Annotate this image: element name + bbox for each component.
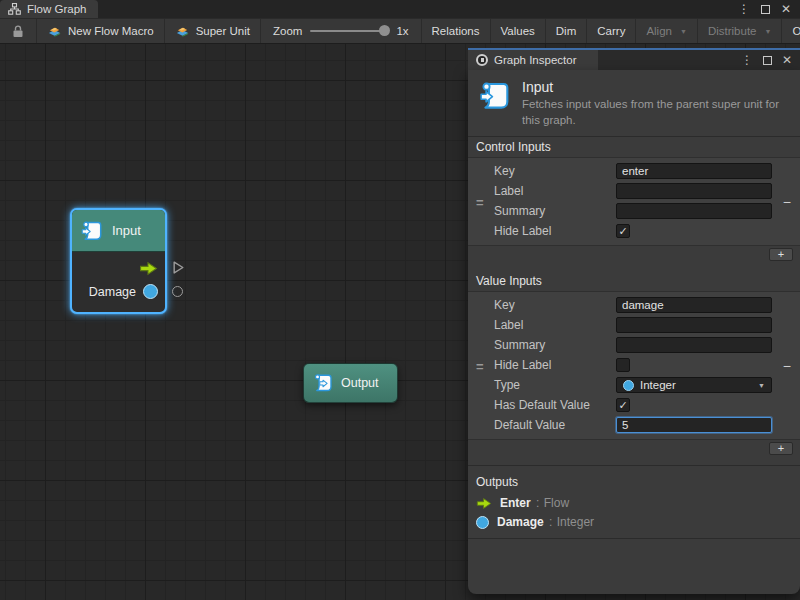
value-type-label: Type bbox=[468, 378, 616, 392]
align-button[interactable]: Align▼ bbox=[636, 19, 698, 43]
align-label: Align bbox=[646, 25, 672, 37]
control-hide-label-checkbox[interactable]: ✓ bbox=[616, 224, 630, 238]
value-has-default-checkbox[interactable]: ✓ bbox=[616, 398, 630, 412]
new-flow-macro-button[interactable]: New Flow Macro bbox=[37, 19, 165, 43]
values-button[interactable]: Values bbox=[491, 19, 546, 43]
carry-button[interactable]: Carry bbox=[587, 19, 636, 43]
tab-label: Flow Graph bbox=[27, 3, 86, 15]
maximize-icon[interactable] bbox=[761, 5, 770, 14]
value-hide-label-label: Hide Label bbox=[468, 358, 616, 372]
damage-output-port-row[interactable]: Damage bbox=[79, 280, 158, 303]
separator: : bbox=[549, 515, 552, 529]
distribute-button[interactable]: Distribute▼ bbox=[698, 19, 783, 43]
new-flow-macro-label: New Flow Macro bbox=[68, 25, 154, 37]
control-label-input[interactable] bbox=[616, 183, 772, 199]
zoom-slider[interactable] bbox=[310, 30, 388, 32]
relations-button[interactable]: Relations bbox=[422, 19, 491, 43]
value-label-row: Label bbox=[468, 315, 800, 335]
output-enter-text: Enter : Flow bbox=[500, 496, 569, 510]
node-input-header: Input bbox=[72, 210, 165, 252]
outputs-section-title: Outputs bbox=[468, 466, 800, 491]
value-type-row: Type Integer ▼ bbox=[468, 375, 800, 395]
dim-label: Dim bbox=[556, 25, 576, 37]
control-key-label: Key bbox=[468, 164, 616, 178]
control-key-input[interactable] bbox=[616, 163, 772, 179]
flow-port-marker-icon[interactable] bbox=[173, 261, 184, 274]
flow-output-port-row[interactable] bbox=[79, 257, 158, 280]
inspector-header: Input Fetches input values from the pare… bbox=[468, 70, 800, 136]
separator: : bbox=[536, 496, 539, 510]
value-key-input[interactable] bbox=[616, 297, 772, 313]
value-hide-label-row: Hide Label bbox=[468, 355, 800, 375]
dim-button[interactable]: Dim bbox=[546, 19, 587, 43]
macro-icon bbox=[47, 24, 62, 39]
output-damage-text: Damage : Integer bbox=[497, 515, 594, 529]
value-summary-row: Summary bbox=[468, 335, 800, 355]
inspector-header-texts: Input Fetches input values from the pare… bbox=[522, 79, 790, 128]
output-enter-name: Enter bbox=[500, 496, 531, 510]
super-unit-button[interactable]: Super Unit bbox=[165, 19, 261, 43]
input-unit-icon bbox=[80, 219, 104, 243]
value-label-input[interactable] bbox=[616, 317, 772, 333]
node-input[interactable]: Input Damage bbox=[70, 208, 167, 314]
value-inputs-drag-handle[interactable]: = bbox=[476, 358, 484, 373]
value-type-value: Integer bbox=[640, 379, 676, 391]
output-enter-type: Flow bbox=[544, 496, 569, 510]
value-summary-input[interactable] bbox=[616, 337, 772, 353]
tab-flow-graph[interactable]: Flow Graph bbox=[0, 0, 98, 18]
value-hide-label-checkbox[interactable] bbox=[616, 358, 630, 372]
value-inputs-section-title: Value Inputs bbox=[468, 271, 800, 292]
align-dropdown-arrow-icon: ▼ bbox=[680, 28, 687, 35]
node-output-title: Output bbox=[341, 376, 379, 390]
node-input-title: Input bbox=[112, 223, 141, 238]
integer-type-icon bbox=[623, 380, 634, 391]
control-inputs-add-button[interactable]: + bbox=[769, 248, 793, 261]
flow-graph-icon bbox=[8, 3, 21, 15]
tab-graph-inspector[interactable]: Graph Inspector bbox=[468, 50, 598, 70]
zoom-slider-handle[interactable] bbox=[379, 25, 390, 36]
value-default-label: Default Value bbox=[468, 418, 616, 432]
integer-type-icon bbox=[476, 516, 489, 529]
inspector-menu-icon[interactable]: ⋮ bbox=[741, 53, 753, 67]
window-controls: ⋮ ✕ bbox=[738, 0, 800, 18]
zoom-value: 1x bbox=[396, 25, 408, 37]
carry-label: Carry bbox=[597, 25, 625, 37]
super-unit-icon bbox=[175, 24, 190, 39]
lock-button[interactable] bbox=[0, 19, 37, 43]
value-inputs-add-button[interactable]: + bbox=[769, 442, 793, 455]
inspector-window-controls: ⋮ ✕ bbox=[741, 53, 800, 67]
flow-arrow-icon bbox=[139, 261, 158, 276]
value-has-default-row: Has Default Value ✓ bbox=[468, 395, 800, 415]
window-menu-icon[interactable]: ⋮ bbox=[738, 2, 750, 16]
value-type-dropdown[interactable]: Integer ▼ bbox=[616, 377, 772, 393]
inspector-maximize-icon[interactable] bbox=[763, 56, 772, 65]
flow-arrow-icon bbox=[476, 497, 492, 510]
inspector-unit-title: Input bbox=[522, 79, 790, 95]
value-key-label: Key bbox=[468, 298, 616, 312]
input-unit-icon-large bbox=[478, 79, 512, 113]
value-has-default-label: Has Default Value bbox=[468, 398, 616, 412]
titlebar: Flow Graph ⋮ ✕ bbox=[0, 0, 800, 18]
control-inputs-section-title: Control Inputs bbox=[468, 137, 800, 158]
overview-button[interactable]: Overview bbox=[782, 19, 800, 43]
inspector-body: Input Fetches input values from the pare… bbox=[468, 70, 800, 594]
value-label-label: Label bbox=[468, 318, 616, 332]
control-inputs-remove-button[interactable]: − bbox=[783, 194, 791, 210]
value-default-input[interactable] bbox=[616, 417, 772, 433]
value-port-icon[interactable] bbox=[143, 284, 158, 299]
node-output[interactable]: Output bbox=[303, 363, 398, 403]
output-unit-icon bbox=[312, 372, 334, 394]
close-icon[interactable]: ✕ bbox=[781, 2, 791, 16]
graph-inspector-panel: Graph Inspector ⋮ ✕ Input Fetches input … bbox=[468, 48, 800, 594]
value-inputs-remove-button[interactable]: − bbox=[783, 358, 791, 374]
inspector-close-icon[interactable]: ✕ bbox=[782, 53, 792, 67]
control-summary-input[interactable] bbox=[616, 203, 772, 219]
value-port-marker-icon[interactable] bbox=[172, 286, 183, 297]
control-hide-label-row: Hide Label ✓ bbox=[468, 221, 800, 241]
value-key-row: Key bbox=[468, 295, 800, 315]
zoom-label: Zoom bbox=[273, 25, 302, 37]
control-inputs-drag-handle[interactable]: = bbox=[476, 194, 484, 209]
lock-icon bbox=[12, 25, 24, 38]
value-default-row: Default Value bbox=[468, 415, 800, 435]
control-summary-label: Summary bbox=[468, 204, 616, 218]
